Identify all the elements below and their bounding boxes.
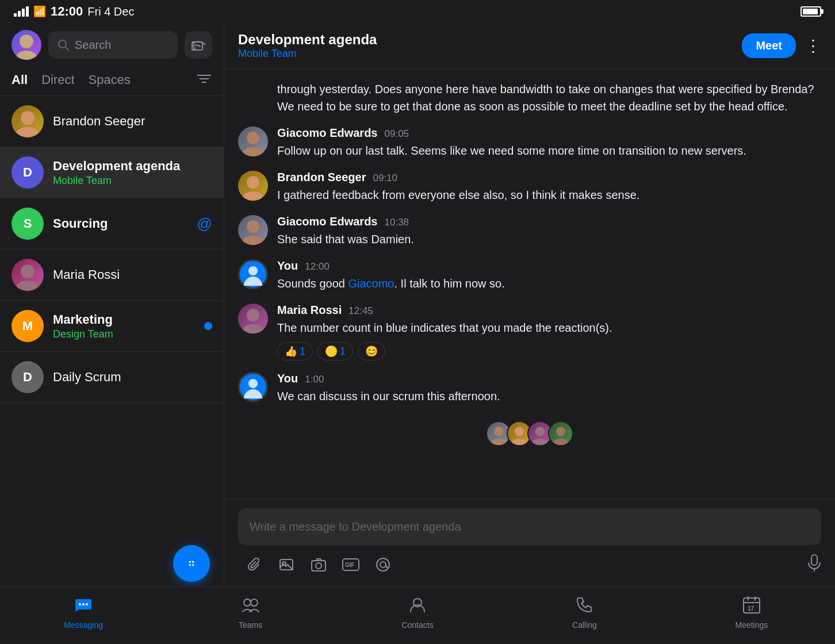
more-options-button[interactable]: ⋮ bbox=[805, 36, 821, 55]
svg-point-0 bbox=[20, 34, 33, 48]
search-bar[interactable]: Search bbox=[48, 31, 178, 59]
tab-spaces[interactable]: Spaces bbox=[89, 69, 131, 91]
search-icon bbox=[58, 39, 69, 51]
filter-tabs: All Direct Spaces bbox=[0, 67, 224, 96]
chat-info-maria: Maria Rossi bbox=[53, 267, 212, 282]
svg-point-22 bbox=[247, 309, 259, 321]
svg-point-11 bbox=[21, 264, 35, 278]
at-badge-sourcing: @ bbox=[197, 215, 212, 233]
calling-label: Calling bbox=[572, 620, 597, 630]
chat-area: Development agenda Mobile Team Meet ⋮ th… bbox=[224, 23, 835, 586]
svg-point-9 bbox=[21, 111, 35, 125]
avatar-group bbox=[238, 416, 821, 451]
chat-item-dev-agenda[interactable]: D Development agenda Mobile Team bbox=[0, 147, 224, 198]
svg-point-26 bbox=[494, 427, 503, 436]
svg-point-21 bbox=[248, 266, 258, 275]
chat-subtitle-marketing: Design Team bbox=[53, 328, 195, 340]
avatar-you-2 bbox=[238, 372, 268, 402]
nav-calling[interactable]: Calling bbox=[501, 596, 668, 630]
nav-messaging[interactable]: Messaging bbox=[0, 596, 167, 630]
attachment-button[interactable] bbox=[238, 552, 270, 577]
chat-item-maria[interactable]: Maria Rossi bbox=[0, 250, 224, 301]
avatar-marketing: M bbox=[12, 310, 44, 342]
reaction-yellow[interactable]: 🟡 1 bbox=[317, 342, 353, 361]
msg-content-maria-1: Maria Rossi 12:45 The number count in bl… bbox=[277, 304, 821, 361]
msg-header-you-2: You 1:00 bbox=[277, 372, 821, 385]
signal-icon bbox=[14, 6, 29, 17]
svg-point-12 bbox=[16, 281, 39, 291]
my-avatar[interactable] bbox=[12, 30, 41, 60]
gif-button[interactable]: GIF bbox=[335, 552, 367, 577]
nav-meetings[interactable]: 17 Meetings bbox=[668, 596, 835, 630]
msg-content-you-1: You 12:00 Sounds good Giacomo. Il talk t… bbox=[277, 259, 821, 292]
svg-line-3 bbox=[66, 47, 69, 51]
tab-direct[interactable]: Direct bbox=[41, 69, 74, 91]
msg-continuation-text: through yesterday. Does anyone here have… bbox=[277, 80, 821, 115]
svg-point-25 bbox=[248, 379, 258, 388]
avatar-you-1 bbox=[238, 259, 268, 289]
messaging-label: Messaging bbox=[64, 620, 103, 630]
message-maria-1: Maria Rossi 12:45 The number count in bl… bbox=[238, 304, 821, 361]
message-input-box[interactable]: Write a message to Development agenda bbox=[238, 508, 821, 545]
svg-rect-36 bbox=[312, 561, 325, 571]
tab-all[interactable]: All bbox=[12, 69, 28, 91]
msg-header-maria-1: Maria Rossi 12:45 bbox=[277, 304, 821, 317]
svg-point-17 bbox=[243, 191, 263, 201]
svg-rect-42 bbox=[811, 555, 817, 565]
chat-name-brandon: Brandon Seeger bbox=[53, 114, 212, 129]
msg-text-brandon-1: I gathered feedback from everyone else a… bbox=[277, 186, 821, 204]
svg-point-46 bbox=[86, 603, 88, 605]
message-input-area: Write a message to Development agenda bbox=[224, 499, 835, 586]
chat-info-daily-scrum: Daily Scrum bbox=[53, 370, 212, 385]
chat-title: Development agenda bbox=[238, 32, 742, 48]
svg-point-32 bbox=[556, 427, 565, 436]
wifi-icon: 📶 bbox=[33, 5, 46, 18]
meet-button[interactable]: Meet bbox=[742, 33, 796, 58]
mic-button[interactable] bbox=[807, 554, 821, 576]
camera-button[interactable] bbox=[302, 552, 335, 577]
compose-button[interactable] bbox=[173, 545, 210, 582]
reaction-smile[interactable]: 😊 bbox=[358, 342, 385, 361]
avatar-brandon bbox=[12, 105, 44, 137]
filter-options-button[interactable] bbox=[196, 72, 212, 88]
nav-contacts[interactable]: Contacts bbox=[334, 596, 501, 630]
msg-content-brandon-1: Brandon Seeger 09:10 I gathered feedback… bbox=[277, 171, 821, 204]
nav-teams[interactable]: Teams bbox=[167, 596, 334, 630]
svg-point-5 bbox=[193, 47, 196, 49]
svg-point-15 bbox=[243, 147, 263, 156]
status-date: Fri 4 Dec bbox=[87, 5, 134, 18]
reaction-thumbsup[interactable]: 👍 1 bbox=[277, 342, 313, 361]
chat-name-daily-scrum: Daily Scrum bbox=[53, 370, 212, 385]
status-time: 12:00 bbox=[51, 4, 83, 19]
group-avatar-4 bbox=[548, 421, 573, 446]
mention-button[interactable] bbox=[367, 552, 399, 577]
chat-item-sourcing[interactable]: S Sourcing @ bbox=[0, 198, 224, 250]
msg-sender-giacomo-1: Giacomo Edwards bbox=[277, 126, 378, 140]
svg-point-29 bbox=[511, 439, 527, 446]
cast-button[interactable] bbox=[185, 31, 212, 59]
chat-info-marketing: Marketing Design Team bbox=[53, 312, 195, 340]
msg-time-giacomo-2: 10:38 bbox=[385, 217, 409, 228]
svg-point-45 bbox=[79, 603, 81, 605]
chat-name-sourcing: Sourcing bbox=[53, 216, 188, 231]
msg-text-maria-1: The number count in blue indicates that … bbox=[277, 319, 821, 336]
chat-item-marketing[interactable]: M Marketing Design Team bbox=[0, 301, 224, 352]
svg-point-23 bbox=[243, 324, 263, 334]
svg-point-40 bbox=[377, 558, 389, 571]
chat-item-daily-scrum[interactable]: D Daily Scrum bbox=[0, 352, 224, 403]
chat-item-brandon[interactable]: Brandon Seeger bbox=[0, 96, 224, 147]
image-button[interactable] bbox=[270, 552, 302, 577]
bottom-nav: Messaging Teams Contacts Calling bbox=[0, 586, 835, 644]
message-giacomo-2: Giacomo Edwards 10:38 She said that was … bbox=[238, 215, 821, 248]
msg-header-giacomo-1: Giacomo Edwards 09:05 bbox=[277, 126, 821, 140]
svg-point-41 bbox=[380, 562, 386, 568]
status-bar: 📶 12:00 Fri 4 Dec bbox=[0, 0, 835, 23]
svg-text:17: 17 bbox=[748, 605, 754, 612]
mention-giacomo: Giacomo bbox=[348, 277, 394, 290]
sidebar-header: Search bbox=[0, 23, 224, 67]
msg-header-brandon-1: Brandon Seeger 09:10 bbox=[277, 171, 821, 184]
msg-time-brandon-1: 09:10 bbox=[373, 172, 397, 184]
svg-point-47 bbox=[244, 599, 251, 606]
input-toolbar: GIF bbox=[238, 545, 821, 577]
svg-point-18 bbox=[247, 220, 259, 233]
